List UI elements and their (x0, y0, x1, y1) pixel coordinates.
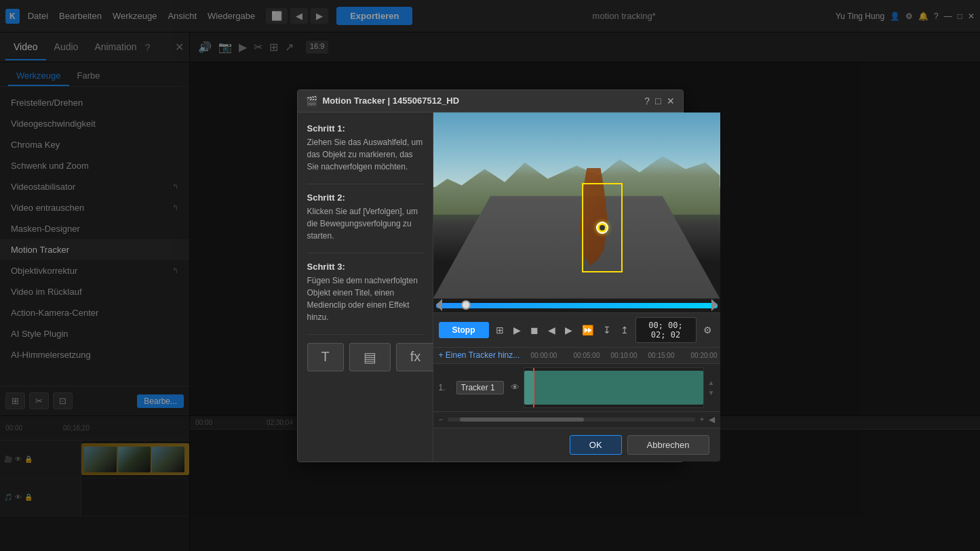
timecode-display: 00; 00; 02; 02 (635, 317, 697, 343)
step-divider-2 (307, 253, 423, 253)
modal-close-icon[interactable]: ✕ (667, 96, 675, 106)
modal-help-icon[interactable]: ? (644, 96, 650, 106)
time-mark-3: 00:15:00 (643, 352, 680, 359)
tracker-selection-box[interactable] (582, 183, 622, 272)
step-1-title: Schritt 1: (307, 123, 423, 134)
playback-controls: Stopp ⊞ ▶ ◼ ◀ ▶ ⏩ ↧ ↥ 00; 00; 02; 02 ⚙ (433, 312, 720, 347)
modal-video-frame (433, 113, 720, 299)
slider-thumb[interactable] (461, 300, 471, 310)
add-effect-button[interactable]: fx (396, 343, 435, 371)
tracker-bar-area (524, 367, 704, 408)
modal-maximize-icon[interactable]: □ (655, 96, 661, 106)
settings-icon[interactable]: ⚙ (701, 323, 715, 337)
step-3: Schritt 3: Fügen Sie dem nachverfolgten … (307, 262, 423, 323)
stop-icon[interactable]: ◼ (528, 323, 541, 337)
add-media-button[interactable]: ▤ (349, 343, 391, 371)
time-mark-1: 00:05:00 (568, 352, 606, 359)
time-mark-4: 00:20:00 (680, 352, 718, 359)
stop-button[interactable]: Stopp (439, 322, 489, 338)
modal-footer: OK Abbrechen (433, 428, 720, 462)
tracker-timeline: + Einen Tracker hinz... 00:00:00 00:05:0… (433, 347, 720, 428)
step-2: Schritt 2: Klicken Sie auf [Verfolgen], … (307, 192, 423, 242)
modal-titlebar-buttons: ? □ ✕ (644, 96, 674, 106)
time-mark-2: 00:10:00 (606, 352, 643, 359)
modal-video-section (433, 113, 720, 299)
step-1: Schritt 1: Ziehen Sie das Auswahlfeld, u… (307, 123, 423, 173)
export-frame-icon[interactable]: ↧ (600, 323, 614, 337)
step-2-title: Schritt 2: (307, 192, 423, 203)
add-tracker-button[interactable]: + Einen Tracker hinz... (433, 350, 528, 360)
road-scene (433, 113, 720, 299)
slider-track (436, 303, 718, 308)
step-1-text: Ziehen Sie das Auswahlfeld, um das Objek… (307, 136, 423, 173)
tracker-scrollbar-thumb (460, 417, 584, 422)
modal-icon: 🎬 (306, 96, 317, 106)
step-back-icon[interactable]: ◀ (545, 323, 558, 337)
grid-icon[interactable]: ⊞ (493, 323, 507, 337)
modal-right-panel: Stopp ⊞ ▶ ◼ ◀ ▶ ⏩ ↧ ↥ 00; 00; 02; 02 ⚙ (433, 113, 720, 462)
tracker-name-input[interactable] (456, 381, 504, 394)
scroll-left-icon[interactable]: ◀ (709, 415, 715, 424)
tracker-scroll-up[interactable]: ▲ (708, 379, 715, 386)
tracker-row: 1. 👁 ▲ ▼ (433, 364, 720, 411)
play-icon[interactable]: ▶ (511, 323, 524, 337)
tracker-scroll-arrows: ▲ ▼ (708, 379, 715, 396)
cancel-button[interactable]: Abbrechen (627, 435, 709, 455)
step-forward-icon[interactable]: ▶ (562, 323, 575, 337)
modal-content: Schritt 1: Ziehen Sie das Auswahlfeld, u… (298, 113, 683, 462)
step-3-text: Fügen Sie dem nachverfolgten Objekt eine… (307, 274, 423, 323)
fast-forward-icon[interactable]: ⏩ (579, 323, 596, 337)
tracker-playhead (533, 368, 534, 407)
step-divider-1 (307, 184, 423, 184)
plus-icon[interactable]: + (699, 415, 704, 424)
slider-right-end (711, 299, 718, 311)
tracker-bottom-controls: − + ◀ (433, 411, 720, 428)
slider-left-end (436, 299, 442, 311)
modal-steps-panel: Schritt 1: Ziehen Sie das Auswahlfeld, u… (298, 113, 433, 462)
motion-tracker-modal: 🎬 Motion Tracker | 1455067512_HD ? □ ✕ S… (297, 89, 684, 462)
modal-title: Motion Tracker | 1455067512_HD (323, 96, 645, 106)
modal-action-buttons: T ▤ fx (307, 334, 423, 371)
ok-button[interactable]: OK (570, 435, 622, 455)
step-2-text: Klicken Sie auf [Verfolgen], um die Bewe… (307, 205, 423, 242)
tracker-small-bar (524, 371, 533, 405)
tracker-scrollbar[interactable] (448, 417, 696, 422)
minus-icon[interactable]: − (439, 415, 444, 424)
tracker-eye-icon[interactable]: 👁 (511, 382, 520, 392)
time-mark-0: 00:00:00 (531, 352, 568, 359)
tracker-scroll-down[interactable]: ▼ (708, 389, 715, 396)
import-frame-icon[interactable]: ↥ (618, 323, 631, 337)
modal-titlebar: 🎬 Motion Tracker | 1455067512_HD ? □ ✕ (298, 90, 683, 113)
tracker-dot (596, 222, 608, 234)
add-title-button[interactable]: T (307, 343, 344, 371)
modal-overlay: 🎬 Motion Tracker | 1455067512_HD ? □ ✕ S… (0, 0, 980, 551)
time-ruler: 00:00:00 00:05:00 00:10:00 00:15:00 00:2… (528, 352, 720, 359)
tracker-number: 1. (439, 383, 452, 392)
tracker-main-bar (533, 371, 703, 405)
step-3-title: Schritt 3: (307, 262, 423, 272)
tracker-timeline-header: + Einen Tracker hinz... 00:00:00 00:05:0… (433, 348, 720, 364)
video-timeline-slider[interactable] (433, 299, 720, 312)
